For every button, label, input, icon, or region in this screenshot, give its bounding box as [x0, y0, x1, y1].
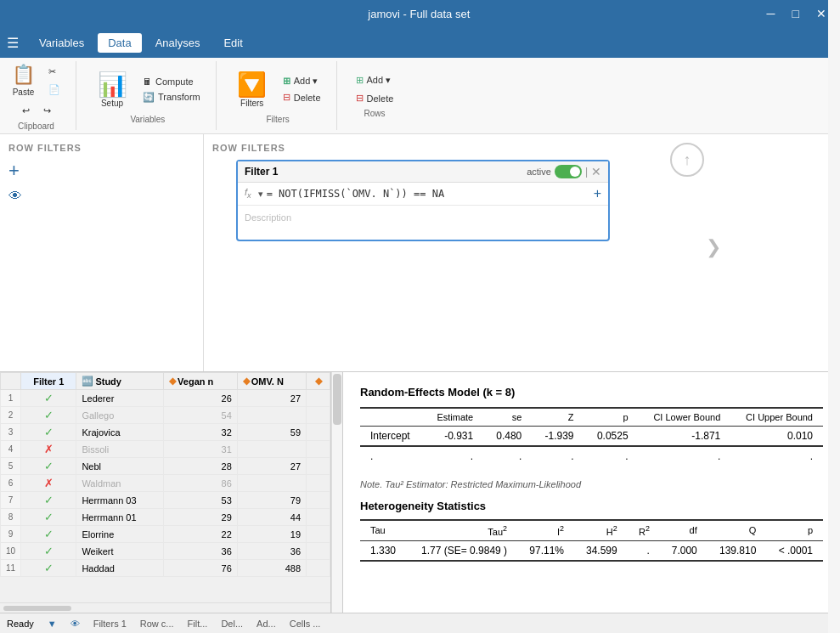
row-num: 11 — [1, 560, 21, 577]
vegan-n-cell: 26 — [164, 390, 238, 407]
filter-cell: ✓ — [21, 509, 76, 526]
status-filt[interactable]: Filt... — [188, 619, 208, 629]
col-header-omv-n[interactable]: ◆ OMV. N — [237, 373, 306, 390]
setup-button[interactable]: 📊 Setup — [90, 67, 134, 111]
filters-label: Filters — [267, 115, 290, 124]
extra-cell — [307, 509, 330, 526]
filter-icon-status: ▼ — [48, 619, 57, 629]
minimize-button[interactable]: ─ — [762, 5, 781, 22]
omv-n-cell: 27 — [237, 390, 306, 407]
filter-active-label: active — [527, 165, 582, 178]
filter-description[interactable]: Description — [238, 206, 608, 240]
vegan-n-cell: 22 — [164, 526, 238, 543]
col-header-extra[interactable]: ◆ — [307, 373, 330, 390]
omv-n-cell: 488 — [237, 560, 306, 577]
paste-icon: 📋 — [12, 64, 35, 86]
status-bar: Ready ▼ 👁 Filters 1 Row c... Filt... Del… — [0, 613, 840, 633]
omv-n-cell: 59 — [237, 424, 306, 441]
horizontal-scrollbar[interactable] — [0, 602, 330, 613]
extra-cell — [307, 424, 330, 441]
status-filters[interactable]: Filters 1 — [93, 619, 127, 629]
filter-card-header: Filter 1 active | ✕ — [238, 161, 608, 183]
vegan-n-cell: 28 — [164, 458, 238, 475]
extra-cell — [307, 492, 330, 509]
filters-button[interactable]: 🔽 Filters — [230, 67, 274, 111]
filter-cell: ✓ — [21, 543, 76, 560]
study-cell: Herrmann 03 — [76, 492, 164, 509]
tab-data[interactable]: Data — [98, 33, 141, 53]
eye-filter-button[interactable]: 👁 — [8, 189, 29, 204]
compute-button[interactable]: 🖩 Compute — [138, 75, 206, 88]
results-panel: Random-Effects Model (k = 8) Estimate se… — [343, 372, 840, 613]
add-filter-button[interactable]: + — [8, 160, 29, 182]
menu-bar: ☰ Variables Data Analyses Edit — [0, 27, 840, 58]
row-num: 2 — [1, 407, 21, 424]
row-num: 3 — [1, 424, 21, 441]
filters-add-button[interactable]: ⊞ Add ▾ — [278, 74, 326, 88]
filter-cell: ✓ — [21, 407, 76, 424]
omv-n-cell — [237, 475, 306, 492]
filter-toggle[interactable] — [555, 165, 582, 178]
redo-button[interactable]: ↪ — [38, 104, 56, 118]
status-cells[interactable]: Cells ... — [290, 619, 321, 629]
rows-delete-button[interactable]: ⊟ Delete — [351, 91, 399, 105]
filter-close-button[interactable]: ✕ — [591, 165, 601, 178]
transform-button[interactable]: 🔄 Transform — [138, 90, 206, 105]
compute-icon: 🖩 — [143, 76, 152, 87]
row-filters-label: ROW FILTERS — [212, 143, 832, 153]
cut-button[interactable]: ✂ — [43, 65, 65, 79]
grid-scrollbar-v[interactable] — [331, 372, 343, 613]
scroll-right-button[interactable]: ❯ — [706, 236, 721, 258]
omv-n-cell: 36 — [237, 543, 306, 560]
model-title: Random-Effects Model (k = 8) — [360, 386, 823, 398]
status-row-c[interactable]: Row c... — [140, 619, 174, 629]
extra-cell — [307, 390, 330, 407]
filter-cell: ✗ — [21, 475, 76, 492]
row-filters-section: ROW FILTERS + 👁 ROW FILTERS Filter 1 act… — [0, 134, 840, 372]
col-header-study[interactable]: 🔤 Study — [76, 373, 164, 390]
study-cell: Herrmann 01 — [76, 509, 164, 526]
hamburger-menu[interactable]: ☰ — [7, 35, 19, 51]
cut-icon: ✂ — [48, 66, 56, 77]
filter-cell: ✓ — [21, 560, 76, 577]
filter-cell: ✓ — [21, 390, 76, 407]
maximize-button[interactable]: □ — [787, 5, 804, 22]
tab-variables[interactable]: Variables — [29, 33, 94, 53]
status-ad[interactable]: Ad... — [257, 619, 276, 629]
results-scrollbar-v[interactable] — [828, 372, 840, 613]
status-text: Ready — [7, 619, 34, 629]
setup-icon: 📊 — [98, 71, 127, 99]
vegan-type-icon: ◆ — [169, 376, 176, 387]
extra-cell — [307, 458, 330, 475]
het-title: Heterogeneity Statistics — [360, 500, 823, 512]
col-header-vegan-n[interactable]: ◆ Vegan n — [164, 373, 238, 390]
filters-main-area: ROW FILTERS Filter 1 active | ✕ fx ▾ = N… — [204, 134, 840, 371]
copy-button[interactable]: 📄 — [43, 82, 65, 97]
tab-analyses[interactable]: Analyses — [145, 33, 211, 53]
vegan-n-cell: 29 — [164, 509, 238, 526]
filter-card: Filter 1 active | ✕ fx ▾ = NOT(IFMISS(`O… — [236, 160, 610, 241]
filters-delete-button[interactable]: ⊟ Delete — [278, 90, 326, 105]
filter-cell: ✓ — [21, 424, 76, 441]
rows-label: Rows — [364, 109, 385, 118]
formula-add-button[interactable]: + — [594, 186, 601, 201]
formula-label: fx — [245, 187, 251, 200]
extra-cell — [307, 560, 330, 577]
paste-button[interactable]: 📋 Paste — [7, 60, 40, 100]
filter-formula: = NOT(IFMISS(`OMV. N`)) == NA — [267, 188, 590, 200]
status-del[interactable]: Del... — [221, 619, 243, 629]
undo-button[interactable]: ↩ — [17, 104, 35, 118]
ribbon: 📋 Paste ✂ 📄 ↩ ↪ Clipboard 📊 Setup — [0, 58, 840, 134]
vegan-n-cell: 86 — [164, 475, 238, 492]
scroll-up-button[interactable]: ↑ — [670, 143, 704, 177]
filter-formula-row: fx ▾ = NOT(IFMISS(`OMV. N`)) == NA + — [238, 183, 608, 206]
row-num: 10 — [1, 543, 21, 560]
filter-cell: ✓ — [21, 526, 76, 543]
rows-add-button[interactable]: ⊞ Add ▾ — [351, 73, 399, 88]
extra-cell — [307, 543, 330, 560]
row-num: 1 — [1, 390, 21, 407]
data-table: Filter 1 🔤 Study ◆ Vegan n — [0, 372, 330, 577]
col-header-filter1[interactable]: Filter 1 — [21, 373, 76, 390]
omv-n-cell — [237, 441, 306, 458]
tab-edit[interactable]: Edit — [213, 33, 252, 53]
